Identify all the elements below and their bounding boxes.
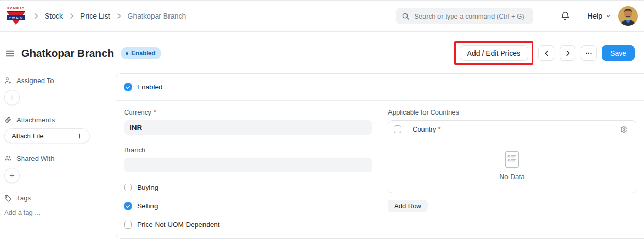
status-badge-label: Enabled xyxy=(131,50,156,57)
shared-with-section: Shared With xyxy=(4,155,112,163)
no-data-icon xyxy=(505,151,519,168)
navbar-divider xyxy=(580,9,580,23)
required-marker: * xyxy=(154,108,156,116)
search-input[interactable] xyxy=(414,12,528,20)
form-sidebar: Assigned To Attachments Attach File Shar… xyxy=(0,73,116,243)
logo-text-top: BOMBAY xyxy=(7,7,24,10)
countries-table-label: Applicable for Countries xyxy=(388,108,636,116)
attachments-section: Attachments xyxy=(4,116,112,124)
chevron-right-icon xyxy=(564,50,571,57)
paperclip-icon xyxy=(4,116,12,124)
add-edit-prices-button[interactable]: Add / Edit Prices xyxy=(460,45,529,61)
buying-checkbox-label: Buying xyxy=(137,184,158,191)
breadcrumb: Stock Price List Ghatkopar Branch xyxy=(32,12,186,20)
tag-icon xyxy=(4,194,12,202)
search-bar[interactable] xyxy=(396,8,533,24)
user-avatar[interactable] xyxy=(618,6,638,26)
countries-grid-empty-state: No Data xyxy=(388,138,636,193)
breadcrumb-item-stock[interactable]: Stock xyxy=(45,12,63,20)
user-plus-icon xyxy=(4,77,12,85)
selling-checkbox[interactable]: Selling xyxy=(124,202,372,210)
logo-bar xyxy=(7,11,25,12)
attach-file-label: Attach File xyxy=(12,132,43,140)
menu-icon xyxy=(5,48,15,58)
plus-icon xyxy=(9,94,15,101)
price-not-uom-dependent-label: Price Not UOM Dependent xyxy=(137,221,220,229)
breadcrumb-item-price-list[interactable]: Price List xyxy=(80,12,110,20)
check-icon xyxy=(126,204,131,209)
form-column-right: Applicable for Countries Country * xyxy=(380,101,644,236)
currency-field-group: Currency * INR xyxy=(124,108,372,135)
selling-checkbox-label: Selling xyxy=(137,202,158,210)
notifications-button[interactable] xyxy=(558,9,572,23)
navbar-right: Help xyxy=(396,6,638,26)
assigned-to-section: Assigned To xyxy=(4,77,112,85)
form-section-details: Currency * INR Branch xyxy=(116,101,644,236)
select-all-cell xyxy=(388,121,406,138)
annotation-highlight-box: Add / Edit Prices xyxy=(454,41,534,65)
check-icon xyxy=(126,85,131,90)
page-header: Ghatkopar Branch Enabled Add / Edit Pric… xyxy=(4,39,635,67)
form-section-status: Enabled xyxy=(116,74,644,101)
tags-label: Tags xyxy=(16,194,31,202)
next-document-button[interactable] xyxy=(560,45,575,61)
sidebar-toggle-button[interactable] xyxy=(4,47,16,59)
page-actions: Add / Edit Prices Save xyxy=(454,41,635,65)
form-column-left: Currency * INR Branch xyxy=(116,101,380,236)
app-window: BOMBAY YWCA Stock Price List Ghatkopar B… xyxy=(0,0,644,243)
search-icon xyxy=(402,12,410,20)
gear-icon xyxy=(620,126,628,133)
checkbox-box xyxy=(124,202,132,210)
bell-icon xyxy=(560,11,570,21)
chevron-left-icon xyxy=(543,50,550,57)
branch-label: Branch xyxy=(124,146,372,154)
countries-grid-header: Country * xyxy=(388,121,636,138)
save-button[interactable]: Save xyxy=(602,45,635,61)
checkbox-box xyxy=(124,83,132,91)
chevron-right-icon xyxy=(32,12,40,20)
enabled-checkbox-label: Enabled xyxy=(137,83,163,91)
tags-section: Tags xyxy=(4,194,112,202)
price-not-uom-dependent-checkbox[interactable]: Price Not UOM Dependent xyxy=(124,221,372,229)
chevron-right-icon xyxy=(67,12,76,20)
logo-triangle: YWCA xyxy=(7,12,25,25)
breadcrumb-item-current: Ghatkopar Branch xyxy=(128,12,187,20)
status-badge: Enabled xyxy=(121,47,161,59)
required-marker: * xyxy=(438,125,441,133)
users-icon xyxy=(4,155,12,163)
more-menu-button[interactable] xyxy=(581,45,597,61)
previous-document-button[interactable] xyxy=(538,45,554,61)
app-logo[interactable]: BOMBAY YWCA xyxy=(5,7,27,26)
status-dot-icon xyxy=(126,52,128,55)
checkbox-box xyxy=(124,221,132,229)
branch-field[interactable] xyxy=(124,158,372,172)
grid-settings-button[interactable] xyxy=(612,121,636,138)
add-share-button[interactable] xyxy=(4,168,20,183)
add-row-button[interactable]: Add Row xyxy=(388,200,428,212)
chevron-down-icon xyxy=(605,13,612,19)
help-menu[interactable]: Help xyxy=(587,12,612,20)
avatar-image xyxy=(618,6,638,26)
currency-field[interactable]: INR xyxy=(124,120,372,135)
plus-icon xyxy=(76,133,83,139)
buying-checkbox[interactable]: Buying xyxy=(124,184,372,191)
select-all-checkbox[interactable] xyxy=(394,125,401,133)
no-data-label: No Data xyxy=(499,173,525,181)
checkbox-box xyxy=(124,184,132,191)
enabled-checkbox[interactable]: Enabled xyxy=(124,83,163,91)
help-label: Help xyxy=(587,12,602,20)
navbar: BOMBAY YWCA Stock Price List Ghatkopar B… xyxy=(0,1,644,32)
page-title: Ghatkopar Branch xyxy=(21,47,114,59)
add-tag-input[interactable]: Add a tag ... xyxy=(4,208,112,216)
currency-value: INR xyxy=(130,124,142,132)
form-card: Enabled Currency * INR Branch xyxy=(116,73,644,239)
currency-label: Currency * xyxy=(124,108,372,116)
ellipsis-icon xyxy=(585,49,593,57)
shared-with-label: Shared With xyxy=(16,155,55,163)
attachments-label: Attachments xyxy=(16,116,55,124)
attach-file-button[interactable]: Attach File xyxy=(4,128,90,143)
country-column-header: Country * xyxy=(406,121,612,138)
add-assignment-button[interactable] xyxy=(4,90,20,105)
chevron-right-icon xyxy=(115,12,123,20)
logo-text-band: YWCA xyxy=(7,15,25,20)
